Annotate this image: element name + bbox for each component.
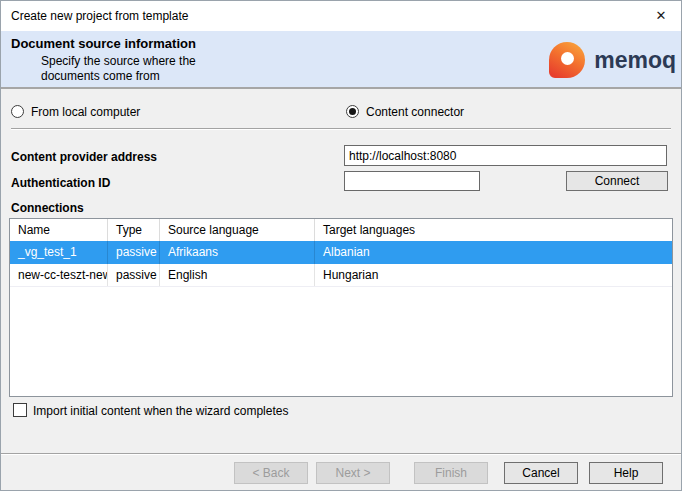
- table-header-row: Name Type Source language Target languag…: [10, 219, 672, 241]
- cell-name[interactable]: new-cc-teszt-new: [10, 264, 108, 286]
- cell-type[interactable]: passive: [108, 241, 160, 264]
- column-header-type[interactable]: Type: [108, 219, 160, 241]
- radio-from-local-computer-label[interactable]: From local computer: [31, 106, 140, 119]
- next-button[interactable]: Next >: [316, 462, 390, 484]
- window-title: Create new project from template: [11, 9, 188, 23]
- cancel-button[interactable]: Cancel: [504, 462, 578, 484]
- memoq-logo-text: memoq: [594, 47, 676, 74]
- connections-label: Connections: [11, 201, 84, 215]
- radio-content-connector-label[interactable]: Content connector: [366, 106, 464, 119]
- section-divider-top: [11, 128, 671, 129]
- authentication-id-label: Authentication ID: [11, 176, 110, 190]
- authentication-id-input[interactable]: [344, 171, 480, 191]
- column-header-source-language[interactable]: Source language: [160, 219, 315, 241]
- column-header-name[interactable]: Name: [10, 219, 108, 241]
- cell-name[interactable]: _vg_test_1: [10, 241, 108, 264]
- radio-content-connector[interactable]: [346, 105, 359, 118]
- content-provider-address-input[interactable]: [344, 145, 667, 166]
- radio-from-local-computer[interactable]: [11, 105, 24, 118]
- back-button[interactable]: < Back: [234, 462, 308, 484]
- cell-source-language[interactable]: Afrikaans: [160, 241, 315, 264]
- connect-button[interactable]: Connect: [566, 171, 668, 191]
- section-divider-bottom: [1, 453, 681, 454]
- memoq-logo: memoq: [549, 42, 676, 78]
- table-row[interactable]: _vg_test_1 passive Afrikaans Albanian: [10, 241, 672, 264]
- wizard-header: Document source information Specify the …: [1, 31, 681, 89]
- import-initial-content-label[interactable]: Import initial content when the wizard c…: [33, 404, 288, 418]
- connections-table[interactable]: Name Type Source language Target languag…: [9, 218, 673, 397]
- cell-target-languages[interactable]: Albanian: [315, 241, 672, 264]
- title-bar: Create new project from template ✕: [1, 1, 681, 31]
- cell-type[interactable]: passive: [108, 264, 160, 286]
- column-header-target-languages[interactable]: Target languages: [315, 219, 672, 241]
- page-subtitle: Specify the source where the documents c…: [41, 54, 196, 84]
- close-icon[interactable]: ✕: [647, 4, 675, 28]
- help-button[interactable]: Help: [589, 462, 663, 484]
- import-initial-content-checkbox[interactable]: [13, 403, 27, 417]
- cell-target-languages[interactable]: Hungarian: [315, 264, 672, 286]
- table-row[interactable]: new-cc-teszt-new passive English Hungari…: [10, 264, 672, 287]
- cell-source-language[interactable]: English: [160, 264, 315, 286]
- content-provider-address-label: Content provider address: [11, 150, 157, 164]
- page-title: Document source information: [11, 36, 196, 51]
- memoq-q-icon: [549, 42, 585, 78]
- dialog-window: Create new project from template ✕ Docum…: [0, 0, 682, 491]
- finish-button[interactable]: Finish: [414, 462, 488, 484]
